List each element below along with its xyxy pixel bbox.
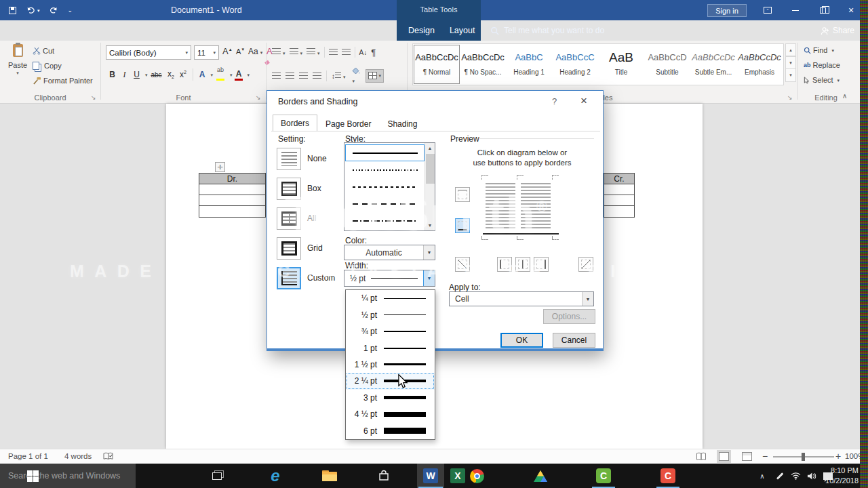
quick-access-toolbar-menu-icon[interactable]: ⌄ — [64, 3, 77, 18]
edge-browser-icon[interactable]: e — [262, 464, 289, 488]
camtasia-recorder-taskbar-icon[interactable]: C — [654, 464, 682, 488]
close-button[interactable]: × — [841, 3, 861, 17]
redo-icon[interactable] — [46, 3, 62, 18]
proofing-icon[interactable] — [103, 452, 113, 461]
multilevel-caret[interactable]: ▾ — [317, 51, 320, 56]
border-style-option[interactable] — [345, 144, 425, 161]
table-cell[interactable] — [604, 195, 635, 206]
zoom-in-button[interactable]: + — [835, 451, 841, 462]
chevron-down-icon[interactable]: ▼ — [582, 292, 593, 306]
store-icon[interactable] — [370, 464, 397, 488]
chevron-down-icon[interactable]: ▼ — [423, 245, 435, 260]
dialog-close-button[interactable]: × — [580, 94, 587, 108]
table-header-cell[interactable]: Cr. — [604, 173, 635, 184]
italic-button[interactable]: I — [119, 70, 130, 80]
camtasia-taskbar-icon[interactable]: C — [590, 464, 617, 488]
change-case-button[interactable]: Aa▾ — [248, 47, 262, 56]
apply-to-combo[interactable]: Cell ▼ — [449, 291, 594, 306]
grow-font-button[interactable]: A▲ — [222, 46, 233, 56]
collapse-ribbon-button[interactable]: ∧ — [842, 92, 847, 100]
align-center-button[interactable] — [285, 73, 294, 79]
tab-table-design[interactable]: Design — [401, 20, 442, 41]
sort-button[interactable]: A↓ — [359, 49, 368, 56]
read-mode-button[interactable] — [696, 452, 707, 461]
taskbar-clock[interactable]: 8:10 PM 10/2/2018 — [825, 466, 859, 486]
width-option[interactable]: 1 pt — [346, 340, 435, 356]
numbering-button[interactable]: ▾ — [290, 47, 303, 57]
shading-caret[interactable]: ▾ — [353, 79, 355, 83]
table-fragment-right[interactable]: Cr. — [604, 173, 635, 218]
restore-button[interactable] — [812, 3, 833, 17]
setting-option[interactable]: None — [277, 144, 335, 174]
dialog-tab[interactable]: Shading — [379, 116, 425, 132]
width-dropdown-list[interactable]: ¼ pt ½ pt ¾ pt 1 pt 1 ½ pt 2 ¼ pt 3 pt — [345, 289, 435, 440]
font-size-combo[interactable]: 11▾ — [194, 45, 219, 60]
dialog-help-button[interactable]: ? — [552, 96, 557, 106]
minimize-button[interactable] — [785, 3, 806, 17]
tell-me-box[interactable]: Tell me what you want to do — [490, 20, 604, 41]
shrink-font-button[interactable]: A▼ — [236, 47, 245, 56]
word-count[interactable]: 4 words — [64, 452, 92, 460]
align-right-button[interactable] — [299, 73, 308, 79]
bullets-button[interactable]: ▾ — [272, 47, 285, 57]
cut-button[interactable]: Cut — [33, 47, 54, 55]
borders-caret[interactable]: ▾ — [379, 73, 382, 78]
ok-button[interactable]: OK — [500, 333, 543, 348]
select-caret[interactable]: ▾ — [837, 78, 840, 83]
increase-indent-button[interactable] — [342, 49, 351, 56]
width-option[interactable]: ½ pt — [346, 306, 435, 323]
highlight-button[interactable]: ab — [214, 66, 227, 83]
bullets-caret[interactable]: ▾ — [283, 51, 285, 56]
style-gallery-item[interactable]: AaBbCcDc ¶ Normal — [414, 45, 460, 84]
bold-button[interactable]: B — [106, 70, 118, 79]
file-explorer-icon[interactable] — [316, 464, 343, 488]
dialog-tab[interactable]: Borders — [273, 115, 317, 131]
save-icon[interactable] — [5, 3, 20, 18]
text-effects-caret[interactable]: ▾ — [211, 73, 214, 77]
undo-dropdown-caret[interactable]: ▾ — [37, 8, 40, 13]
superscript-button[interactable]: x2 — [178, 70, 189, 79]
paste-button[interactable]: Paste ▾ — [5, 44, 30, 75]
format-painter-button[interactable]: Format Painter — [33, 77, 93, 85]
task-view-button[interactable] — [203, 464, 231, 488]
chevron-down-icon[interactable]: ▾ — [185, 50, 188, 55]
decrease-indent-button[interactable] — [329, 49, 338, 56]
underline-dropdown-caret[interactable]: ▾ — [145, 73, 148, 77]
styles-gallery-more-button[interactable]: ▾ — [785, 69, 796, 82]
wifi-icon[interactable] — [787, 464, 804, 488]
paste-dropdown-caret[interactable]: ▾ — [5, 70, 30, 75]
style-gallery-item[interactable]: AaBbCcDc Subtle Em... — [690, 45, 736, 84]
clipboard-dialog-launcher[interactable]: ↘ — [91, 94, 96, 101]
width-option[interactable]: ¾ pt — [346, 323, 435, 340]
table-header-cell[interactable]: Dr. — [199, 173, 266, 184]
dialog-tab[interactable]: Page Border — [317, 116, 379, 132]
page-indicator[interactable]: Page 1 of 1 — [8, 452, 48, 460]
zoom-slider-thumb[interactable] — [802, 453, 805, 461]
color-combo[interactable]: Automatic ▼ — [344, 245, 435, 260]
table-cell[interactable] — [604, 206, 635, 218]
text-effects-button[interactable]: A — [197, 70, 208, 79]
width-option[interactable]: 1 ½ pt — [346, 357, 435, 373]
align-left-button[interactable] — [272, 73, 281, 79]
tab-table-layout[interactable]: Layout — [442, 20, 483, 41]
share-button[interactable]: Share — [821, 20, 854, 41]
select-button[interactable]: Select▾ — [804, 76, 840, 84]
font-name-combo[interactable]: Calibri (Body)▾ — [106, 45, 191, 60]
font-color-caret[interactable]: ▾ — [248, 73, 250, 77]
style-gallery-item[interactable]: AaBbCcC Heading 2 — [552, 45, 598, 84]
line-spacing-caret[interactable]: ▾ — [343, 75, 346, 79]
table-move-handle[interactable]: ✛ — [215, 162, 225, 172]
start-button[interactable] — [19, 464, 46, 488]
tray-expand-button[interactable]: ∧ — [754, 464, 770, 488]
drive-taskbar-icon[interactable] — [527, 464, 554, 488]
undo-icon[interactable]: ▾ — [22, 3, 43, 18]
width-option[interactable]: 2 ¼ pt — [346, 373, 435, 389]
table-cell[interactable] — [199, 184, 266, 195]
style-gallery-item[interactable]: AaB Title — [598, 45, 644, 84]
table-cell[interactable] — [604, 184, 635, 195]
underline-button[interactable]: U — [131, 70, 142, 79]
width-option[interactable]: 6 pt — [346, 423, 435, 439]
options-button[interactable]: Options... — [543, 309, 595, 324]
sign-in-button[interactable]: Sign in — [707, 4, 747, 17]
subscript-button[interactable]: x2 — [165, 69, 177, 79]
